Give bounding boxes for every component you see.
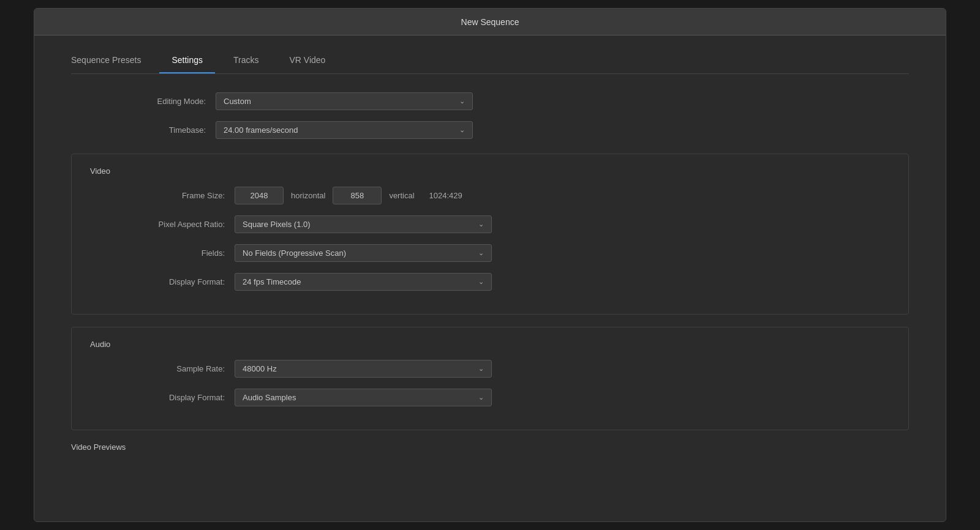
- video-display-format-chevron-icon: ⌄: [478, 278, 484, 286]
- sample-rate-chevron-icon: ⌄: [478, 365, 484, 373]
- audio-section-title: Audio: [90, 340, 890, 349]
- sample-rate-value: 48000 Hz: [243, 364, 277, 373]
- video-display-format-label: Display Format:: [90, 277, 225, 286]
- sample-rate-label: Sample Rate:: [90, 364, 225, 373]
- frame-size-row: Frame Size: horizontal vertical 1024:429: [90, 187, 890, 204]
- audio-display-format-chevron-icon: ⌄: [478, 394, 484, 401]
- tab-sequence-presets[interactable]: Sequence Presets: [71, 50, 153, 73]
- aspect-ratio-text: 1024:429: [429, 191, 462, 200]
- video-display-format-dropdown[interactable]: 24 fps Timecode ⌄: [235, 273, 492, 291]
- frame-size-vertical-input[interactable]: [333, 187, 382, 204]
- video-display-format-row: Display Format: 24 fps Timecode ⌄: [90, 273, 890, 291]
- vertical-label: vertical: [389, 191, 414, 200]
- frame-size-label: Frame Size:: [90, 191, 225, 200]
- top-fields: Editing Mode: Custom ⌄ Timebase: 24.00 f…: [71, 92, 909, 139]
- fields-chevron-icon: ⌄: [478, 249, 484, 257]
- audio-display-format-dropdown[interactable]: Audio Samples ⌄: [235, 389, 492, 406]
- title-bar: New Sequence: [34, 9, 946, 35]
- audio-section: Audio Sample Rate: 48000 Hz ⌄ Display Fo…: [71, 327, 909, 430]
- video-previews-title: Video Previews: [71, 442, 909, 452]
- horizontal-label: horizontal: [291, 191, 325, 200]
- fields-label: Fields:: [90, 248, 225, 258]
- timebase-label: Timebase:: [71, 125, 206, 135]
- video-previews-section: Video Previews: [71, 442, 909, 452]
- fields-dropdown[interactable]: No Fields (Progressive Scan) ⌄: [235, 244, 492, 262]
- editing-mode-value: Custom: [224, 97, 251, 106]
- editing-mode-label: Editing Mode:: [71, 97, 206, 106]
- fields-value: No Fields (Progressive Scan): [243, 248, 346, 258]
- fields-row: Fields: No Fields (Progressive Scan) ⌄: [90, 244, 890, 262]
- tabs-bar: Sequence Presets Settings Tracks VR Vide…: [34, 35, 946, 73]
- new-sequence-dialog: New Sequence Sequence Presets Settings T…: [34, 8, 946, 522]
- editing-mode-dropdown[interactable]: Custom ⌄: [216, 92, 473, 110]
- pixel-aspect-dropdown[interactable]: Square Pixels (1.0) ⌄: [235, 215, 492, 233]
- editing-mode-row: Editing Mode: Custom ⌄: [71, 92, 909, 110]
- tab-tracks[interactable]: Tracks: [221, 50, 271, 73]
- dialog-body: Sequence Presets Settings Tracks VR Vide…: [34, 35, 946, 521]
- sample-rate-dropdown[interactable]: 48000 Hz ⌄: [235, 360, 492, 378]
- audio-display-format-value: Audio Samples: [243, 393, 296, 402]
- timebase-row: Timebase: 24.00 frames/second ⌄: [71, 121, 909, 139]
- pixel-aspect-value: Square Pixels (1.0): [243, 220, 311, 229]
- timebase-dropdown[interactable]: 24.00 frames/second ⌄: [216, 121, 473, 139]
- tab-settings[interactable]: Settings: [159, 50, 215, 73]
- video-section-title: Video: [90, 166, 890, 176]
- audio-display-format-row: Display Format: Audio Samples ⌄: [90, 389, 890, 406]
- settings-content: Editing Mode: Custom ⌄ Timebase: 24.00 f…: [34, 74, 946, 521]
- frame-size-horizontal-input[interactable]: [235, 187, 284, 204]
- tab-vr-video[interactable]: VR Video: [277, 50, 337, 73]
- pixel-aspect-row: Pixel Aspect Ratio: Square Pixels (1.0) …: [90, 215, 890, 233]
- video-section: Video Frame Size: horizontal vertical 10…: [71, 154, 909, 315]
- sample-rate-row: Sample Rate: 48000 Hz ⌄: [90, 360, 890, 378]
- editing-mode-chevron-icon: ⌄: [459, 97, 465, 105]
- timebase-chevron-icon: ⌄: [459, 126, 465, 134]
- audio-display-format-label: Display Format:: [90, 393, 225, 402]
- video-display-format-value: 24 fps Timecode: [243, 277, 301, 286]
- timebase-value: 24.00 frames/second: [224, 125, 298, 135]
- dialog-title: New Sequence: [461, 17, 519, 27]
- pixel-aspect-label: Pixel Aspect Ratio:: [90, 220, 225, 229]
- pixel-aspect-chevron-icon: ⌄: [478, 220, 484, 228]
